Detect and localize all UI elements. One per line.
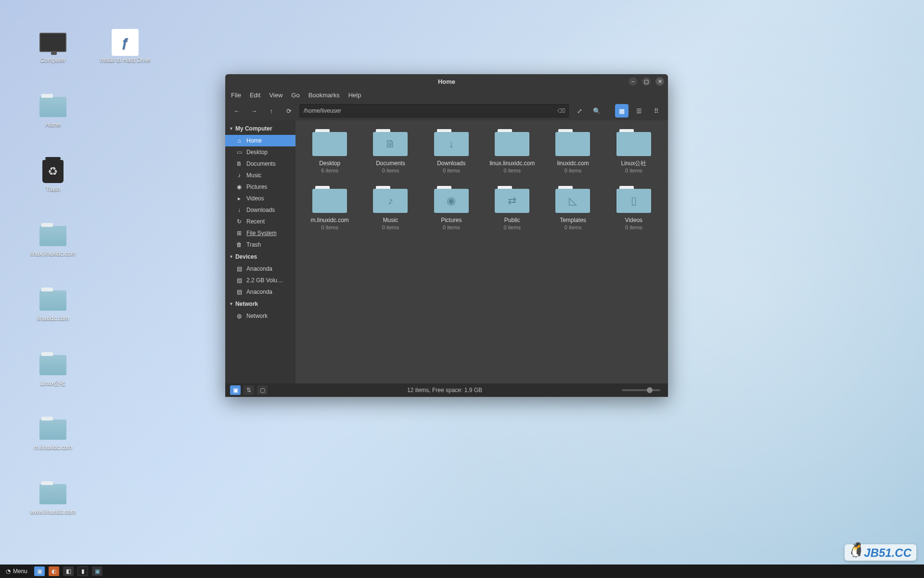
desktop-icon-d1[interactable]: linux.linuxidc.com — [24, 224, 82, 257]
sidebar-item-mycomp-0[interactable]: ⌂Home — [225, 135, 295, 146]
desktop-icon-d2[interactable]: linuxidc.com — [24, 289, 82, 322]
desktop-icon-d4[interactable]: m.linuxidc.com — [24, 418, 82, 451]
file-subtitle: 0 items — [382, 224, 399, 230]
path-input[interactable]: /home/liveuser ⌫ — [299, 104, 569, 118]
sidebar-section-mycomputer[interactable]: ▼ My Computer — [225, 122, 295, 135]
folder-icon: ♪ — [373, 186, 408, 213]
content-area[interactable]: Desktop6 items🗎Documents0 items↓Download… — [295, 120, 668, 383]
chevron-down-icon: ▼ — [229, 254, 233, 259]
trash-icon: ♻ — [42, 160, 64, 183]
taskbar-app-terminal[interactable]: ▮ — [77, 566, 88, 576]
close-button[interactable]: ✕ — [655, 77, 664, 86]
file-name: Public — [504, 217, 520, 224]
file-item-11[interactable]: ▯Videos0 items — [605, 183, 662, 233]
folder-icon — [495, 129, 529, 156]
folder-icon — [39, 290, 66, 311]
file-item-7[interactable]: ♪Music0 items — [362, 183, 419, 233]
desktop-icon-d5[interactable]: www.linuxidc.com — [24, 483, 82, 515]
menu-view[interactable]: View — [269, 92, 282, 99]
close-sidebar-button[interactable]: ▢ — [257, 385, 268, 395]
zoom-slider[interactable] — [622, 389, 660, 391]
sidebar-item-label: 2.2 GB Volu… — [246, 277, 283, 284]
forward-button[interactable]: → — [247, 104, 261, 118]
list-view-button[interactable]: ☰ — [632, 104, 646, 118]
taskbar-app-files[interactable]: ▣ — [34, 566, 45, 576]
sidebar-section-devices[interactable]: ▼ Devices — [225, 250, 295, 263]
menu-bookmarks[interactable]: Bookmarks — [308, 92, 340, 99]
sidebar-item-devices-2[interactable]: ▤Anaconda — [225, 286, 295, 298]
maximize-button[interactable]: ▢ — [642, 77, 651, 86]
taskbar: ◔ Menu ▣ ◐ ◧ ▮ ▣ — [0, 565, 924, 578]
toggle-path-button[interactable]: ⤢ — [573, 104, 586, 118]
file-item-3[interactable]: linux.linuxidc.com0 items — [484, 126, 540, 176]
file-item-9[interactable]: ⇄Public0 items — [484, 183, 540, 233]
file-item-5[interactable]: Linux公社0 items — [605, 126, 662, 176]
show-places-button[interactable]: ▣ — [230, 385, 241, 395]
menubar: FileEditViewGoBookmarksHelp — [225, 89, 668, 101]
menu-file[interactable]: File — [231, 92, 241, 99]
file-subtitle: 0 items — [503, 224, 520, 230]
menu-button[interactable]: ◔ Menu — [3, 568, 30, 575]
sidebar-item-mycomp-2[interactable]: 🗎Documents — [225, 158, 295, 170]
search-button[interactable]: 🔍 — [590, 104, 603, 118]
desktop-icon-install[interactable]: ƒInstall to Hard Drive — [96, 31, 154, 64]
folder-icon — [616, 129, 651, 156]
menu-go[interactable]: Go — [291, 92, 299, 99]
sidebar-item-mycomp-7[interactable]: ↻Recent — [225, 216, 295, 227]
file-item-8[interactable]: ◉Pictures0 items — [423, 183, 480, 233]
file-subtitle: 0 items — [565, 224, 581, 230]
folder-icon — [39, 484, 66, 504]
up-button[interactable]: ↑ — [265, 104, 278, 118]
desktop-icon-label: linuxidc.com — [24, 315, 82, 322]
desktop-icon-label: Install to Hard Drive — [96, 57, 154, 64]
desktop-icon-label: Trash — [24, 186, 82, 193]
folder-icon — [39, 420, 66, 440]
desktop-icon-label: linux.linuxidc.com — [24, 250, 82, 257]
sidebar-item-mycomp-4[interactable]: ◉Pictures — [225, 181, 295, 193]
file-name: Downloads — [437, 160, 465, 167]
file-item-1[interactable]: 🗎Documents0 items — [362, 126, 419, 176]
sidebar-section-network[interactable]: ▼ Network — [225, 298, 295, 310]
sidebar-item-mycomp-6[interactable]: ↓Downloads — [225, 204, 295, 216]
icon-view-button[interactable]: ▦ — [615, 104, 629, 118]
reload-button[interactable]: ⟳ — [282, 104, 295, 118]
sidebar-item-label: Anaconda — [246, 265, 272, 272]
desktop-icon-home[interactable]: Home — [24, 95, 82, 128]
sidebar-item-mycomp-8[interactable]: ⊞File System — [225, 227, 295, 239]
sidebar-item-mycomp-3[interactable]: ♪Music — [225, 170, 295, 181]
file-item-6[interactable]: m.linuxidc.com0 items — [301, 183, 358, 233]
file-item-2[interactable]: ↓Downloads0 items — [423, 126, 480, 176]
folder-icon: ◺ — [555, 186, 590, 213]
sidebar-item-network-0[interactable]: ◍Network — [225, 310, 295, 322]
taskbar-app-generic[interactable]: ◧ — [63, 566, 74, 576]
clear-path-icon[interactable]: ⌫ — [557, 107, 565, 114]
sidebar-item-mycomp-1[interactable]: ▭Desktop — [225, 146, 295, 158]
taskbar-app-filemanager[interactable]: ▣ — [92, 566, 103, 576]
folder-icon — [39, 355, 66, 375]
minimize-button[interactable]: – — [629, 77, 637, 86]
show-tree-button[interactable]: ⇅ — [244, 385, 254, 395]
sidebar-item-devices-1[interactable]: ▤2.2 GB Volu… — [225, 275, 295, 286]
menu-help[interactable]: Help — [348, 92, 361, 99]
desktop-icon-label: m.linuxidc.com — [24, 444, 82, 451]
taskbar-app-firefox[interactable]: ◐ — [49, 566, 59, 576]
sidebar-item-devices-0[interactable]: ▤Anaconda — [225, 263, 295, 275]
file-subtitle: 6 items — [321, 168, 338, 173]
file-item-4[interactable]: linuxidc.com0 items — [544, 126, 601, 176]
desktop-icon-trash[interactable]: ♻Trash — [24, 160, 82, 193]
sidebar-item-icon: ▤ — [236, 265, 243, 272]
compact-view-button[interactable]: ⠿ — [650, 104, 663, 118]
file-item-0[interactable]: Desktop6 items — [301, 126, 358, 176]
folder-icon — [555, 129, 590, 156]
desktop-icon-d3[interactable]: Linux公社 — [24, 354, 82, 388]
back-button[interactable]: ← — [230, 104, 244, 118]
sidebar-item-mycomp-9[interactable]: 🗑Trash — [225, 239, 295, 250]
desktop-icon-computer[interactable]: Computer — [24, 31, 82, 64]
titlebar[interactable]: Home – ▢ ✕ — [225, 74, 668, 89]
sidebar-item-icon: ▤ — [236, 289, 243, 295]
desktop-icon-label: Home — [24, 121, 82, 128]
sidebar-item-mycomp-5[interactable]: ▸Videos — [225, 193, 295, 204]
file-name: Videos — [625, 217, 642, 224]
menu-edit[interactable]: Edit — [250, 92, 260, 99]
file-item-10[interactable]: ◺Templates0 items — [544, 183, 601, 233]
